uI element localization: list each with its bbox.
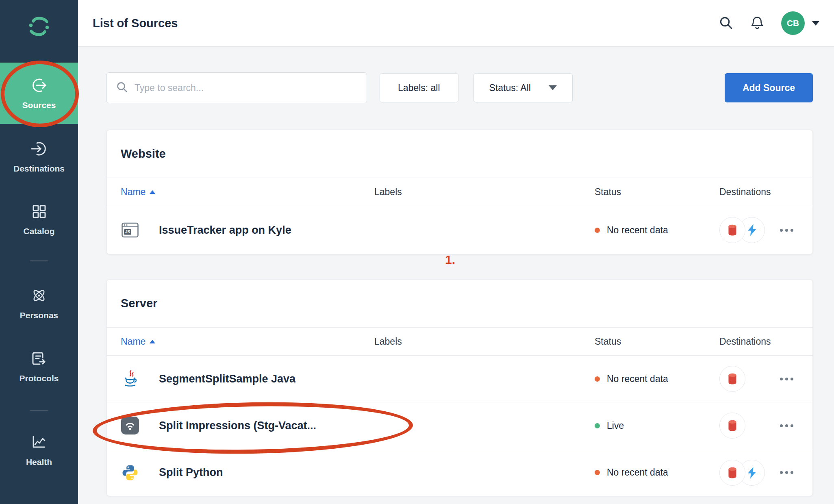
row-menu-button[interactable] [779,420,794,431]
table-row[interactable]: Split Python No recent data [107,449,812,496]
status-filter-dropdown[interactable]: Status: All [473,73,573,102]
column-header-status: Status [595,187,719,198]
destination-badges [719,460,765,486]
column-header-destinations: Destinations [719,187,794,198]
javascript-icon: JS [121,221,139,239]
page-title: List of Sources [93,17,178,30]
status-cell: No recent data [595,374,719,385]
database-icon [725,223,740,237]
status-dot [595,228,600,233]
notifications-button[interactable] [749,15,765,32]
svg-text:JS: JS [125,230,130,234]
avatar[interactable]: CB [781,11,805,35]
website-section-card: Website Name Labels Status Destinations [106,130,813,254]
destination-database-badge[interactable] [719,366,745,392]
sidebar-item-label: Sources [22,100,56,110]
python-icon [121,463,139,482]
destination-badges [719,217,765,243]
bell-icon [749,15,765,32]
wifi-icon [121,416,139,435]
server-section-card: Server Name Labels Status Destinations [106,279,813,496]
row-menu-button[interactable] [779,467,794,478]
filter-toolbar: Labels: all Status: All Add Source [106,72,813,103]
bolt-icon [745,223,759,237]
sidebar-item-label: Destinations [13,164,65,174]
sidebar-item-health[interactable]: Health [0,433,78,467]
chevron-down-icon [549,85,557,90]
search-icon [719,15,733,31]
column-header-labels: Labels [374,187,595,198]
sidebar-item-catalog[interactable]: Catalog [0,202,78,236]
table-row[interactable]: JS IssueTracker app on Kyle No recent da… [107,206,812,254]
sort-ascending-icon [150,190,155,194]
sidebar-item-label: Protocols [20,374,59,383]
table-row[interactable]: Split Impressions (Stg-Vacat... Live [107,402,812,449]
sort-ascending-icon [150,340,155,343]
sidebar-item-label: Personas [20,311,59,320]
database-icon [725,371,740,386]
grid-icon [30,202,48,222]
document-icon [30,350,48,369]
chevron-down-icon[interactable] [812,21,819,26]
sidebar-item-sources[interactable]: Sources [0,63,78,124]
column-header-name[interactable]: Name [121,187,374,198]
add-source-button[interactable]: Add Source [725,73,813,102]
column-header-labels: Labels [374,336,595,347]
sidebar-item-label: Health [26,457,52,467]
section-title: Server [107,280,812,328]
source-name: IssueTracker app on Kyle [159,224,291,237]
sidebar-divider [30,410,48,411]
database-icon [725,465,740,480]
destination-badges [719,366,745,392]
status-dot [595,376,600,382]
row-menu-button[interactable] [779,374,794,385]
search-box [106,72,367,103]
status-cell: Live [595,420,719,431]
column-header-status: Status [595,336,719,347]
sidebar-item-destinations[interactable]: Destinations [0,140,78,174]
destination-arrow-icon [30,140,48,160]
search-button[interactable] [719,15,733,31]
row-menu-button[interactable] [779,225,794,236]
chart-icon [30,433,48,453]
source-name: Split Impressions (Stg-Vacat... [159,419,316,432]
bolt-icon [745,466,759,480]
destination-database-badge[interactable] [719,217,745,243]
source-arrow-icon [30,76,48,96]
java-icon [121,369,139,388]
status-dot [595,423,600,428]
source-name: Split Python [159,466,223,479]
sidebar-divider [30,261,48,261]
sidebar: Sources Destinations Catalog [0,0,78,504]
table-header: Name Labels Status Destinations [107,178,812,206]
column-header-destinations: Destinations [719,336,794,347]
status-cell: No recent data [595,467,719,478]
destination-database-badge[interactable] [719,413,745,439]
section-title: Website [107,130,812,178]
source-name: SegmentSplitSample Java [159,373,295,385]
status-cell: No recent data [595,225,719,236]
destination-database-badge[interactable] [719,460,745,486]
column-header-name[interactable]: Name [121,336,374,347]
table-row[interactable]: SegmentSplitSample Java No recent data [107,356,812,402]
sidebar-item-label: Catalog [23,226,54,236]
atom-icon [30,287,48,306]
destination-badges [719,413,745,439]
segment-logo-icon[interactable] [26,14,52,41]
sidebar-item-protocols[interactable]: Protocols [0,350,78,383]
sidebar-item-personas[interactable]: Personas [0,287,78,320]
labels-filter-button[interactable]: Labels: all [380,73,458,102]
search-input[interactable] [135,83,358,93]
status-dot [595,470,600,475]
header-actions: CB [719,11,819,35]
table-header: Name Labels Status Destinations [107,328,812,356]
top-header: List of Sources CB [78,0,834,47]
search-icon [116,81,128,95]
main-content: Labels: all Status: All Add Source Websi… [78,47,834,504]
database-icon [725,418,740,433]
